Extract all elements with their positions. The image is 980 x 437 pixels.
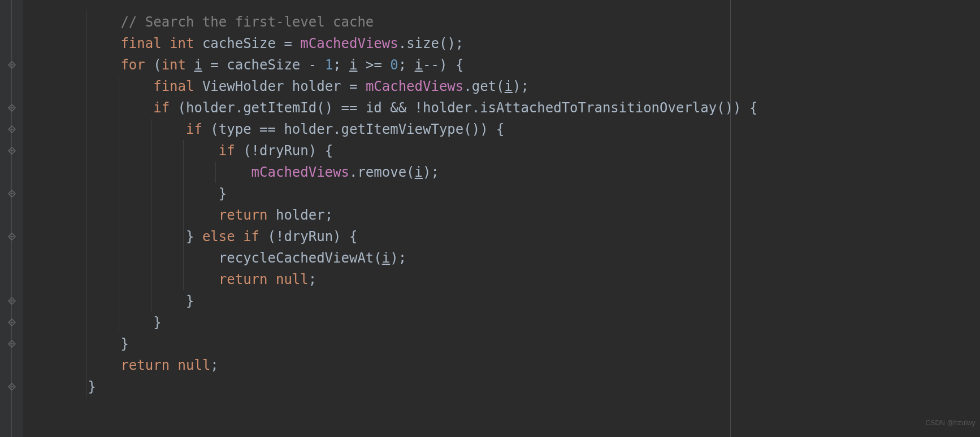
- code-token: recycleCachedViewAt(: [219, 250, 382, 266]
- code-token: );: [513, 78, 529, 94]
- code-token: for: [120, 57, 145, 73]
- code-token: (!dryRun) {: [259, 229, 357, 244]
- code-token: 0: [390, 57, 398, 73]
- code-token: (!dryRun) {: [235, 143, 333, 159]
- code-token: if: [153, 100, 170, 116]
- code-area[interactable]: // Search the first-level cache final in…: [23, 11, 757, 397]
- code-token: [194, 36, 202, 51]
- code-line[interactable]: return null;: [23, 355, 757, 376]
- code-token: --) {: [423, 57, 463, 73]
- code-token: i: [194, 57, 202, 73]
- code-token: return null: [120, 357, 210, 373]
- fold-marker-icon[interactable]: [8, 383, 16, 391]
- code-token: ;: [309, 272, 316, 287]
- code-token: }: [153, 314, 161, 330]
- fold-marker-icon[interactable]: [8, 125, 16, 133]
- code-line[interactable]: if (holder.getItemId() == id && !holder.…: [23, 97, 757, 119]
- code-token: ;: [398, 57, 415, 73]
- code-token: i: [505, 78, 513, 94]
- code-line[interactable]: final ViewHolder holder = mCachedViews.g…: [23, 76, 757, 97]
- code-token: cacheSize =: [202, 36, 300, 51]
- code-line[interactable]: }: [23, 333, 757, 355]
- code-token: .get(: [463, 78, 504, 94]
- code-token: final: [120, 36, 161, 51]
- code-token: if: [219, 143, 235, 159]
- code-line[interactable]: }: [23, 183, 757, 204]
- code-token: (: [145, 57, 162, 73]
- code-token: }: [88, 379, 96, 395]
- code-token: mCachedViews: [251, 164, 349, 180]
- code-line[interactable]: if (type == holder.getItemViewType()) {: [23, 119, 757, 140]
- code-token: }: [186, 293, 194, 309]
- fold-marker-icon[interactable]: [8, 297, 16, 305]
- code-token: }: [219, 186, 227, 202]
- code-token: .remove(: [349, 164, 415, 180]
- fold-marker-icon[interactable]: [8, 233, 16, 241]
- code-line[interactable]: return null;: [23, 269, 757, 290]
- code-token: i: [415, 57, 423, 73]
- fold-marker-icon[interactable]: [8, 61, 16, 69]
- fold-marker-icon[interactable]: [8, 190, 16, 198]
- code-token: [194, 78, 202, 94]
- code-token: mCachedViews: [300, 36, 398, 51]
- code-token: [162, 36, 170, 51]
- code-line[interactable]: }: [23, 376, 757, 397]
- code-token: int: [162, 57, 186, 73]
- code-token: (holder.getItemId() == id && !holder.isA…: [170, 100, 757, 116]
- code-token: i: [349, 57, 357, 73]
- code-token: ;: [333, 57, 349, 73]
- code-token: i: [382, 250, 390, 266]
- fold-marker-icon[interactable]: [8, 340, 16, 348]
- code-token: int: [170, 36, 194, 51]
- code-token: final: [153, 78, 194, 94]
- code-token: return null: [219, 272, 309, 287]
- code-token: if: [186, 121, 202, 137]
- code-token: holder;: [267, 207, 333, 223]
- code-token: = cacheSize -: [202, 57, 325, 73]
- code-editor[interactable]: // Search the first-level cache final in…: [0, 0, 980, 437]
- code-line[interactable]: return holder;: [23, 204, 757, 226]
- code-token: [186, 57, 194, 73]
- code-token: // Search the first-level cache: [120, 14, 374, 30]
- code-token: );: [390, 250, 406, 266]
- code-token: ;: [210, 357, 218, 373]
- code-token: .size();: [398, 36, 464, 51]
- code-token: ViewHolder holder =: [202, 78, 366, 94]
- fold-marker-icon[interactable]: [8, 104, 16, 112]
- code-token: i: [415, 164, 423, 180]
- code-token: }: [186, 229, 202, 244]
- code-token: >=: [357, 57, 390, 73]
- code-line[interactable]: }: [23, 312, 757, 333]
- code-line[interactable]: // Search the first-level cache: [23, 11, 757, 33]
- code-line[interactable]: for (int i = cacheSize - 1; i >= 0; i--)…: [23, 54, 757, 76]
- code-token: 1: [325, 57, 333, 73]
- fold-marker-icon[interactable]: [8, 147, 16, 155]
- code-token: return: [219, 207, 268, 223]
- editor-gutter: [0, 0, 23, 437]
- code-line[interactable]: } else if (!dryRun) {: [23, 226, 757, 247]
- code-token: }: [120, 336, 128, 352]
- code-token: else if: [202, 229, 259, 244]
- code-token: (type == holder.getItemViewType()) {: [202, 121, 505, 137]
- code-line[interactable]: final int cacheSize = mCachedViews.size(…: [23, 33, 757, 54]
- fold-marker-icon[interactable]: [8, 318, 16, 326]
- code-token: );: [423, 164, 439, 180]
- code-line[interactable]: mCachedViews.remove(i);: [23, 161, 757, 183]
- code-token: mCachedViews: [366, 78, 463, 94]
- code-line[interactable]: if (!dryRun) {: [23, 140, 757, 161]
- code-line[interactable]: }: [23, 290, 757, 312]
- code-line[interactable]: recycleCachedViewAt(i);: [23, 247, 757, 269]
- watermark-text: CSDN @hzulwy: [925, 412, 975, 434]
